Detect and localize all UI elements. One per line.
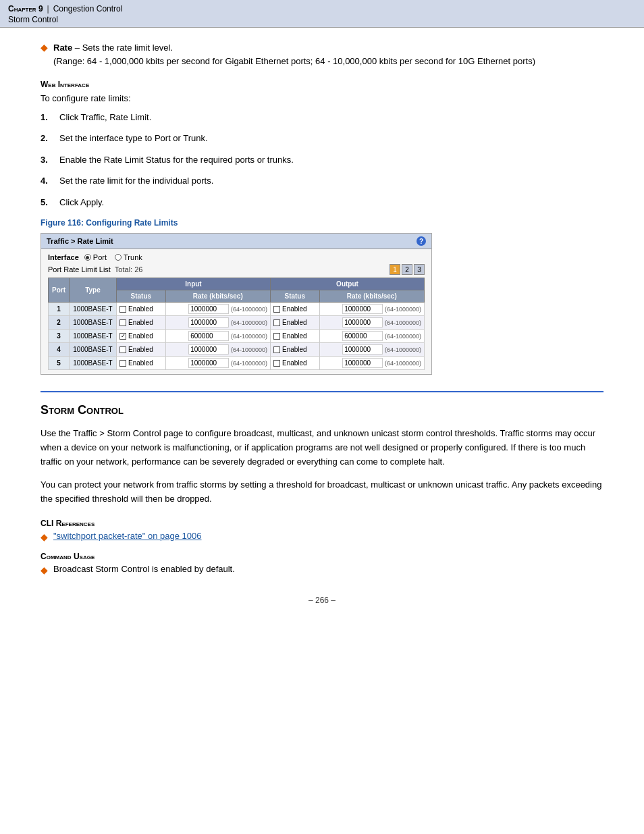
- port-radio-button[interactable]: [84, 254, 91, 261]
- help-icon[interactable]: ?: [417, 236, 426, 246]
- table-row-out-rate-3[interactable]: (64-1000000): [319, 343, 424, 357]
- separator: |: [47, 4, 49, 14]
- table-row-out-status-1[interactable]: Enabled: [270, 316, 319, 330]
- page-btn-3[interactable]: 3: [414, 264, 425, 275]
- step-2-num: 2.: [41, 132, 59, 145]
- trunk-radio-item[interactable]: Trunk: [115, 253, 142, 261]
- table-row-out-status-3[interactable]: Enabled: [270, 343, 319, 357]
- table-row-type-4: 1000BASE-T: [70, 357, 117, 370]
- table-row-in-rate-3[interactable]: (64-1000000): [165, 343, 270, 357]
- step-3-text: Enable the Rate Limit Status for the req…: [59, 153, 294, 167]
- cli-bullet-diamond-icon: ◆: [41, 531, 48, 542]
- table-row-in-rate-2[interactable]: (64-1000000): [165, 330, 270, 343]
- col-input: Input: [117, 278, 271, 290]
- port-radio-label: Port: [93, 253, 107, 261]
- rate-detail-text: (Range: 64 - 1,000,000 kbits per second …: [53, 56, 535, 66]
- page-btn-1[interactable]: 1: [390, 264, 400, 275]
- table-row-out-rate-1[interactable]: (64-1000000): [319, 316, 424, 330]
- table-row-in-status-2[interactable]: Enabled: [117, 330, 166, 343]
- col-out-rate: Rate (kbits/sec): [319, 290, 424, 303]
- table-row-port-1: 2: [49, 316, 70, 330]
- main-content: ◆ Rate – Sets the rate limit level. (Ran…: [0, 28, 644, 629]
- table-row-in-status-0[interactable]: Enabled: [117, 303, 166, 316]
- port-rate-list-label: Port Rate Limit List Total: 26: [48, 265, 142, 273]
- step-4-text: Set the rate limit for the individual po…: [59, 174, 213, 188]
- header-bar: Chapter 9 | Congestion Control Storm Con…: [0, 0, 644, 28]
- steps-list: 1. Click Traffic, Rate Limit. 2. Set the…: [41, 111, 603, 209]
- table-row-out-status-0[interactable]: Enabled: [270, 303, 319, 316]
- table-row-port-2: 3: [49, 330, 70, 343]
- table-row-out-rate-4[interactable]: (64-1000000): [319, 357, 424, 370]
- step-2-text: Set the interface type to Port or Trunk.: [59, 132, 208, 145]
- ui-panel-title: Traffic > Rate Limit: [47, 237, 113, 245]
- port-rate-list-row: Port Rate Limit List Total: 26 1 2 3: [48, 264, 425, 275]
- interface-row: Interface Port Trunk: [48, 253, 425, 261]
- step-1: 1. Click Traffic, Rate Limit.: [41, 111, 603, 124]
- sub-label: Storm Control: [8, 15, 636, 24]
- step-5-text: Click Apply.: [59, 196, 104, 209]
- table-row-out-status-2[interactable]: Enabled: [270, 330, 319, 343]
- table-row-port-0: 1: [49, 303, 70, 316]
- chapter-title: Congestion Control: [53, 4, 123, 14]
- step-2: 2. Set the interface type to Port or Tru…: [41, 132, 603, 145]
- col-output: Output: [270, 278, 424, 290]
- table-row-in-rate-0[interactable]: (64-1000000): [165, 303, 270, 316]
- col-port: Port: [49, 278, 70, 303]
- step-4: 4. Set the rate limit for the individual…: [41, 174, 603, 188]
- step-5: 5. Click Apply.: [41, 196, 603, 209]
- command-usage-label: Command Usage: [41, 552, 603, 561]
- table-row-in-status-3[interactable]: Enabled: [117, 343, 166, 357]
- rate-label: Rate: [53, 43, 72, 53]
- command-usage-text: Broadcast Storm Control is enabled by de…: [53, 564, 235, 574]
- cli-bullet: ◆ "switchport packet-rate" on page 1006: [41, 531, 603, 542]
- trunk-radio-label: Trunk: [124, 253, 142, 261]
- chapter-label: Chapter 9: [8, 4, 43, 14]
- storm-para-2: You can protect your network from traffi…: [41, 478, 603, 506]
- col-out-status: Status: [270, 290, 319, 303]
- table-row-in-status-1[interactable]: Enabled: [117, 316, 166, 330]
- col-in-status: Status: [117, 290, 166, 303]
- table-row-type-3: 1000BASE-T: [70, 343, 117, 357]
- trunk-radio-button[interactable]: [115, 254, 122, 261]
- rate-table: Port Type Input Output Status Rate (kbit…: [48, 278, 425, 370]
- step-3: 3. Enable the Rate Limit Status for the …: [41, 153, 603, 167]
- step-5-num: 5.: [41, 196, 59, 209]
- step-1-text: Click Traffic, Rate Limit.: [59, 111, 151, 124]
- table-row-type-0: 1000BASE-T: [70, 303, 117, 316]
- storm-para-1: Use the Traffic > Storm Control page to …: [41, 427, 603, 469]
- table-row-port-4: 5: [49, 357, 70, 370]
- ui-panel-header: Traffic > Rate Limit ?: [41, 234, 431, 249]
- table-row-out-rate-0[interactable]: (64-1000000): [319, 303, 424, 316]
- table-row-port-3: 4: [49, 343, 70, 357]
- rate-bullet: ◆ Rate – Sets the rate limit level. (Ran…: [41, 41, 603, 68]
- cli-link[interactable]: "switchport packet-rate" on page 1006: [53, 531, 202, 541]
- figure-caption-text: Figure 116: Configuring Rate Limits: [41, 218, 178, 228]
- page-number: – 266 –: [41, 596, 603, 616]
- ui-panel: Traffic > Rate Limit ? Interface Port Tr…: [41, 233, 432, 375]
- pagination-controls: 1 2 3: [390, 264, 425, 275]
- page-btn-2[interactable]: 2: [402, 264, 412, 275]
- total-label: Total: 26: [115, 265, 143, 273]
- table-row-in-rate-4[interactable]: (64-1000000): [165, 357, 270, 370]
- storm-control-heading: Storm Control: [41, 403, 603, 417]
- table-row-in-status-4[interactable]: Enabled: [117, 357, 166, 370]
- table-row-out-rate-2[interactable]: (64-1000000): [319, 330, 424, 343]
- step-1-num: 1.: [41, 111, 59, 124]
- rate-dash-text: – Sets the rate limit level.: [75, 43, 173, 53]
- figure-caption: Figure 116: Configuring Rate Limits: [41, 218, 603, 228]
- table-row-in-rate-1[interactable]: (64-1000000): [165, 316, 270, 330]
- cli-references-label: CLI References: [41, 519, 603, 528]
- col-in-rate: Rate (kbits/sec): [165, 290, 270, 303]
- web-interface-text: To configure rate limits:: [41, 92, 603, 105]
- rate-bullet-text: Rate – Sets the rate limit level. (Range…: [53, 41, 535, 68]
- command-usage-bullet: ◆ Broadcast Storm Control is enabled by …: [41, 564, 603, 575]
- table-row-out-status-4[interactable]: Enabled: [270, 357, 319, 370]
- section-divider: [41, 391, 603, 392]
- web-interface-label: Web Interface: [41, 80, 603, 89]
- command-bullet-diamond-icon: ◆: [41, 565, 48, 575]
- bullet-diamond-icon: ◆: [41, 42, 48, 53]
- table-row-type-1: 1000BASE-T: [70, 316, 117, 330]
- ui-panel-body: Interface Port Trunk Port Rate Limit Lis…: [41, 249, 431, 374]
- port-radio-item[interactable]: Port: [84, 253, 107, 261]
- table-row-type-2: 1000BASE-T: [70, 330, 117, 343]
